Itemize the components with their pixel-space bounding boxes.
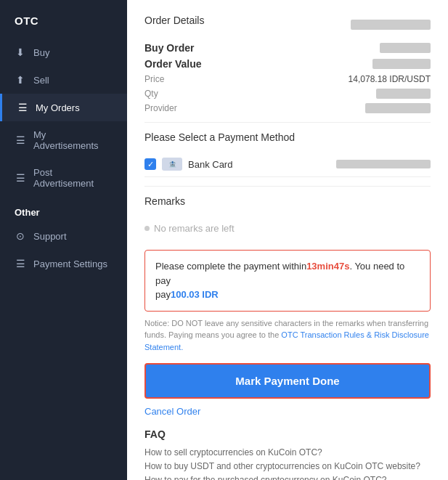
sidebar-item-buy-label: Buy	[33, 47, 49, 58]
timer-box: Please complete the payment within13min4…	[144, 250, 431, 312]
sidebar-item-support-label: Support	[33, 231, 67, 242]
sidebar-item-sell-label: Sell	[33, 75, 49, 86]
payment-amount: 100.03 IDR	[171, 289, 219, 300]
payment-checkbox[interactable]	[144, 158, 156, 170]
order-value-row: Order Value	[144, 58, 431, 70]
sidebar-item-my-orders[interactable]: ☰ My Orders	[0, 94, 127, 121]
payment-name: Bank Card	[188, 159, 232, 170]
remarks-area: No remarks are left	[144, 216, 431, 241]
advertisements-icon: ☰	[15, 134, 26, 146]
qty-row: Qty	[144, 89, 431, 99]
sidebar-title: OTC	[0, 0, 127, 38]
order-id-blurred	[351, 20, 431, 30]
sidebar-item-sell[interactable]: ⬆ Sell	[0, 66, 127, 94]
faq-list: How to sell cryptocurrencies on KuCoin O…	[144, 447, 431, 480]
divider-1	[144, 122, 431, 123]
sidebar-item-support[interactable]: ⊙ Support	[0, 222, 127, 250]
mark-payment-button[interactable]: Mark Payment Done	[144, 363, 431, 399]
provider-value-blurred	[365, 103, 431, 113]
sidebar-item-post-advertisement[interactable]: ☰ Post Advertisement	[0, 159, 127, 197]
price-value: 14,078.18 IDR/USDT	[349, 74, 431, 84]
sell-icon: ⬆	[15, 74, 26, 86]
sidebar: OTC ⬇ Buy ⬆ Sell ☰ My Orders ☰ My Advert…	[0, 0, 127, 480]
order-details-header: Order Details	[144, 15, 431, 35]
buy-order-row: Buy Order	[144, 42, 431, 54]
sidebar-item-my-advertisements[interactable]: ☰ My Advertisements	[0, 121, 127, 159]
faq-title: FAQ	[144, 428, 431, 440]
notice-area: Notice: DO NOT leave any sensitive chara…	[144, 317, 431, 354]
no-remarks-item: No remarks are left	[144, 223, 431, 234]
sidebar-item-post-advertisement-label: Post Advertisement	[33, 167, 113, 189]
payment-details-blurred	[336, 160, 431, 168]
divider-2	[144, 186, 431, 187]
order-details-title: Order Details	[144, 15, 204, 26]
sidebar-item-my-orders-label: My Orders	[36, 102, 80, 113]
sidebar-item-payment-settings[interactable]: ☰ Payment Settings	[0, 250, 127, 277]
order-value-blurred	[372, 59, 431, 69]
no-remarks-text: No remarks are left	[154, 223, 235, 234]
sidebar-item-buy[interactable]: ⬇ Buy	[0, 38, 127, 66]
faq-item-1[interactable]: How to buy USDT and other cryptocurrenci…	[144, 461, 431, 471]
qty-value-blurred	[376, 89, 431, 99]
post-icon: ☰	[15, 172, 26, 184]
provider-row: Provider	[144, 103, 431, 113]
timer-prefix: Please complete the payment within	[155, 261, 306, 272]
order-value-label: Order Value	[144, 58, 202, 70]
bank-card-icon: 🏦	[162, 158, 182, 171]
provider-label: Provider	[144, 103, 177, 113]
buy-icon: ⬇	[15, 46, 26, 58]
payment-method-row[interactable]: 🏦 Bank Card	[144, 152, 431, 177]
payment-settings-icon: ☰	[15, 258, 26, 269]
sidebar-item-my-advertisements-label: My Advertisements	[33, 129, 113, 151]
buy-order-label: Buy Order	[144, 42, 194, 54]
main-content: Order Details Buy Order Order Value Pric…	[127, 0, 448, 480]
remarks-title: Remarks	[144, 195, 431, 207]
timer-pay-prefix: pay	[155, 289, 171, 300]
remark-dot	[144, 226, 150, 231]
price-label: Price	[144, 74, 164, 84]
faq-item-2[interactable]: How to pay for the purchased cryptocurre…	[144, 475, 431, 480]
other-section-label: Other	[0, 197, 127, 222]
support-icon: ⊙	[15, 230, 26, 242]
faq-item-0[interactable]: How to sell cryptocurrencies on KuCoin O…	[144, 447, 431, 457]
orders-icon: ☰	[17, 102, 28, 113]
cancel-order-link[interactable]: Cancel Order	[144, 406, 431, 417]
sidebar-item-payment-settings-label: Payment Settings	[33, 259, 107, 269]
timer-value: 13min47s	[306, 261, 349, 272]
buy-order-value-blurred	[380, 43, 431, 53]
qty-label: Qty	[144, 89, 158, 99]
price-row: Price 14,078.18 IDR/USDT	[144, 74, 431, 84]
payment-method-title: Please Select a Payment Method	[144, 131, 431, 143]
